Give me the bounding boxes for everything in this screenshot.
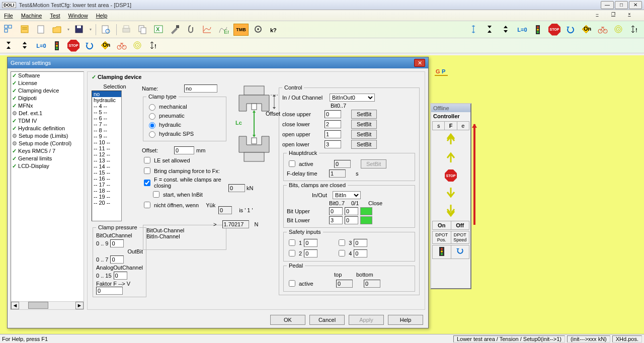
target-icon[interactable] <box>613 24 625 36</box>
tree-lcd-display[interactable]: LCD-Display <box>11 162 84 170</box>
si2-check[interactable] <box>289 250 295 256</box>
inout-channel-select[interactable]: BitInOut0 <box>330 94 375 102</box>
target-icon-2[interactable] <box>132 40 144 52</box>
menu-window[interactable]: Window <box>68 13 88 19</box>
stop-icon-2[interactable]: STOP <box>67 40 79 52</box>
close-upper-input[interactable] <box>325 110 341 118</box>
close-lower-input[interactable] <box>325 120 341 128</box>
radio-hydraulic-sps[interactable] <box>149 131 155 138</box>
menu-machine[interactable]: Machine <box>21 13 42 19</box>
save-icon[interactable] <box>73 24 86 36</box>
list-item[interactable]: -- 4 -- <box>92 103 121 109</box>
analog-channel-input[interactable] <box>114 272 127 280</box>
list-item[interactable]: -- 18 -- <box>92 188 121 194</box>
list-item[interactable]: -- 8 -- <box>92 127 121 133</box>
tree-hydraulic-def[interactable]: Hydraulic definition <box>11 125 84 132</box>
list-item[interactable]: -- 15 -- <box>92 169 121 176</box>
minimize-button[interactable]: — <box>601 1 614 9</box>
tree-clamping-device[interactable]: Clamping device <box>11 87 84 95</box>
dialog-titlebar[interactable]: General settings ✕ <box>8 57 428 68</box>
nicht-offnen-check[interactable] <box>144 202 150 208</box>
arrow-down[interactable] <box>431 184 470 202</box>
tree-keys-rmc5[interactable]: Keys RMC5 / 7 <box>11 147 84 155</box>
setbit-close-lower[interactable]: SetBit <box>351 120 377 129</box>
tree-setup-control[interactable]: Setup mode (Control) <box>11 140 84 147</box>
tree-hscroll[interactable]: ◄► <box>11 301 84 309</box>
bit-lower-01[interactable] <box>345 216 358 224</box>
close-button[interactable]: ✕ <box>629 1 642 9</box>
tree-def-ext1[interactable]: Def. ext.1 <box>11 110 84 117</box>
menu-file[interactable]: File <box>4 13 13 19</box>
list-item[interactable]: -- 16 -- <box>92 176 121 182</box>
clamp-close-icon[interactable] <box>484 24 496 36</box>
setbit-close-upper[interactable]: SetBit <box>351 110 377 119</box>
tab-f[interactable]: F <box>445 122 457 130</box>
tree-setup-limits[interactable]: Setup mode (Limits) <box>11 132 84 140</box>
tree-tdm-iv[interactable]: TDM IV <box>11 117 84 125</box>
copy-icon[interactable] <box>137 24 149 36</box>
l0-icon-2[interactable]: L=0 <box>35 40 47 52</box>
le-set-check[interactable] <box>144 157 150 163</box>
traffic-light-icon[interactable] <box>532 24 544 36</box>
si1-check[interactable] <box>289 239 295 246</box>
dpot-pos-button[interactable]: DPOT Pos. <box>433 231 451 243</box>
bit-lower-input[interactable] <box>329 216 343 224</box>
stop-icon[interactable]: STOP <box>548 24 560 36</box>
tree-general-limits[interactable]: General limits <box>11 155 84 162</box>
open-icon[interactable] <box>51 24 63 36</box>
start-inbit-check[interactable] <box>153 191 159 198</box>
help-button[interactable]: Help <box>388 315 423 325</box>
chart-icon[interactable] <box>201 24 213 36</box>
list-item[interactable]: -- 20 -- <box>92 200 121 206</box>
open-upper-input[interactable] <box>325 130 341 138</box>
si1-input[interactable] <box>304 239 317 247</box>
stop-button[interactable]: STOP <box>431 167 470 184</box>
print-icon[interactable] <box>121 24 133 36</box>
si4-input[interactable] <box>354 249 367 258</box>
tab-e[interactable]: e <box>457 122 469 130</box>
scale-icon[interactable] <box>468 24 480 36</box>
arrow-down-fast[interactable] <box>431 202 470 220</box>
outbit-input[interactable] <box>110 255 124 264</box>
on-icon-2[interactable]: On <box>100 40 112 52</box>
list-item-no[interactable]: no <box>92 91 121 97</box>
l0-icon[interactable]: L=0 <box>516 24 528 36</box>
ok-button[interactable]: OK <box>270 315 305 325</box>
inout-select[interactable]: BitIn <box>333 191 361 199</box>
bitout-channel-input[interactable] <box>110 239 124 247</box>
arrow-up[interactable] <box>431 149 470 167</box>
on-icon[interactable]: On <box>581 24 593 36</box>
notes-icon[interactable] <box>19 24 31 36</box>
help-icon[interactable]: k? <box>269 24 281 36</box>
tree-mfnx[interactable]: MFNx <box>11 102 84 110</box>
excel-icon[interactable]: X <box>153 24 165 36</box>
open-lower-input[interactable] <box>325 140 341 148</box>
arrow-up-fast[interactable] <box>431 131 470 149</box>
menu-help[interactable]: Help <box>96 13 108 19</box>
bit-upper-input[interactable] <box>329 207 343 215</box>
radio-mechanical[interactable] <box>149 104 155 111</box>
si3-input[interactable] <box>354 239 367 247</box>
list-item[interactable]: -- 13 -- <box>92 157 121 163</box>
list-item[interactable]: -- 5 -- <box>92 109 121 115</box>
radio-pneumatic[interactable] <box>149 113 155 120</box>
list-item[interactable]: -- 19 -- <box>92 194 121 200</box>
menu-test[interactable]: Test <box>50 13 60 19</box>
faktor-input[interactable] <box>96 287 123 295</box>
tab-s[interactable]: s <box>433 122 445 130</box>
maximize-button[interactable]: □ <box>615 1 628 9</box>
bring-force-check[interactable] <box>144 167 150 174</box>
gp-tool-icon[interactable]: GP <box>435 65 451 78</box>
list-item[interactable]: -- 6 -- <box>92 115 121 121</box>
list-item[interactable]: hydraulic <box>92 97 121 103</box>
clamp-open-icon-2[interactable] <box>19 40 31 52</box>
mdi-minimize[interactable]: – <box>594 11 601 18</box>
cancel-button[interactable]: Cancel <box>309 315 345 325</box>
updown-bang-icon-2[interactable]: ! <box>148 40 160 52</box>
grid-icon[interactable] <box>3 24 15 36</box>
clamp-close-icon-2[interactable] <box>3 40 15 52</box>
list-item[interactable]: -- 7 -- <box>92 121 121 127</box>
on-button[interactable]: On <box>433 221 451 229</box>
list-item[interactable]: -- 9 -- <box>92 133 121 139</box>
radio-hydraulic[interactable] <box>149 122 155 129</box>
